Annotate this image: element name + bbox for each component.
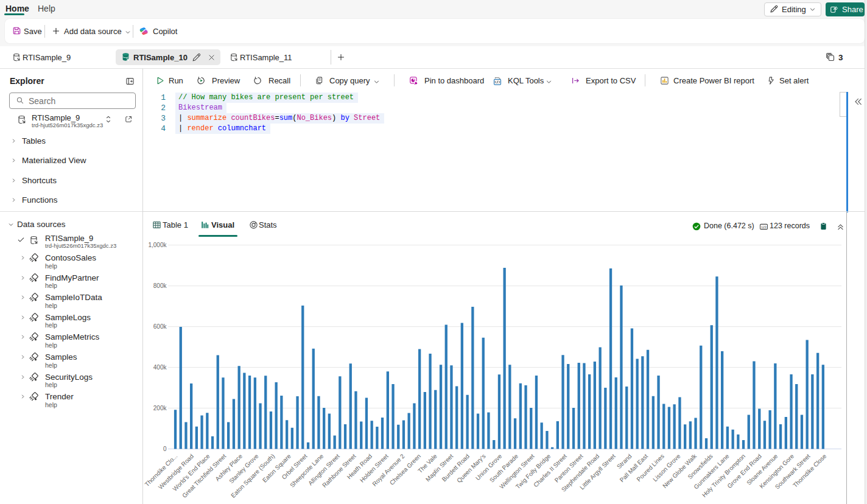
svg-text:0: 0 (163, 446, 167, 452)
svg-text:600k: 600k (153, 323, 167, 330)
svg-text:123: 123 (761, 225, 767, 229)
svg-text:400k: 400k (153, 364, 167, 371)
svg-text:200k: 200k (153, 405, 167, 411)
svg-text:800k: 800k (153, 282, 167, 289)
svg-text:1,000k: 1,000k (148, 242, 167, 248)
